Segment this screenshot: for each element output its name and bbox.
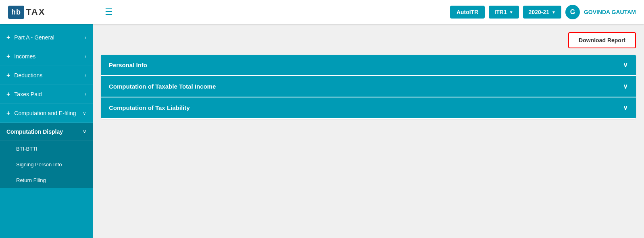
accordion-item-personal-info: Personal Info ∨ (101, 55, 636, 76)
chevron-down-icon: ∨ (623, 104, 628, 112)
accordion-container: Personal Info ∨ Computation of Taxable T… (101, 55, 636, 119)
sidebar-item-incomes[interactable]: + Incomes › (0, 47, 93, 66)
sidebar-item-taxes-paid[interactable]: + Taxes Paid › (0, 85, 93, 104)
sidebar-item-computation-display[interactable]: Computation Display ∨ (0, 123, 93, 141)
sidebar-item-label: Signing Person Info (16, 161, 62, 168)
itr1-chevron-icon: ▼ (509, 10, 513, 14)
sidebar-item-label: Part A - General (14, 34, 54, 41)
sidebar: + Part A - General › + Incomes › + Deduc… (0, 24, 93, 238)
accordion-label: Personal Info (109, 62, 147, 68)
autointr-button[interactable]: AutoITR (450, 6, 485, 19)
user-name: GOVINDA GAUTAM (584, 9, 636, 15)
chevron-right-icon: › (85, 91, 86, 97)
sidebar-item-part-a-general[interactable]: + Part A - General › (0, 28, 93, 47)
chevron-down-icon: ∨ (83, 110, 86, 116)
logo-hb: hb (8, 6, 24, 19)
plus-icon: + (6, 91, 10, 98)
sidebar-item-bti-btti[interactable]: BTI-BTTI (0, 141, 93, 157)
accordion-item-computation-tax-liability: Computation of Tax Liability ∨ (101, 97, 636, 119)
plus-icon: + (6, 110, 10, 117)
sidebar-item-label: Computation Display (6, 128, 83, 135)
chevron-right-icon: › (85, 54, 86, 59)
plus-icon: + (6, 72, 10, 79)
sidebar-item-label: Return Filing (16, 177, 46, 183)
chevron-right-icon: › (85, 35, 86, 40)
header-right: AutoITR ITR1 ▼ 2020-21 ▼ G GOVINDA GAUTA… (450, 5, 636, 19)
sidebar-item-return-filing[interactable]: Return Filing (0, 172, 93, 188)
accordion-item-computation-taxable-income: Computation of Taxable Total Income ∨ (101, 76, 636, 97)
sidebar-item-label: BTI-BTTI (16, 146, 38, 152)
download-report-button[interactable]: Download Report (568, 32, 636, 48)
accordion-header-computation-tax-liability[interactable]: Computation of Tax Liability ∨ (101, 97, 636, 118)
sidebar-item-deductions[interactable]: + Deductions › (0, 66, 93, 85)
itr1-label: ITR1 (494, 9, 506, 15)
itr1-dropdown[interactable]: ITR1 ▼ (489, 6, 519, 19)
accordion-label: Computation of Tax Liability (109, 104, 190, 111)
logo-area: hb TAX (8, 6, 101, 19)
plus-icon: + (6, 34, 10, 41)
chevron-down-icon: ∨ (623, 83, 628, 90)
sidebar-item-label: Incomes (14, 53, 35, 60)
year-chevron-icon: ▼ (552, 10, 556, 14)
chevron-down-icon: ∨ (623, 61, 628, 69)
year-dropdown[interactable]: 2020-21 ▼ (523, 6, 561, 19)
header: hb TAX ☰ AutoITR ITR1 ▼ 2020-21 ▼ G GOVI… (0, 0, 644, 24)
sidebar-item-label: Deductions (14, 72, 42, 79)
chevron-down-icon: ∨ (83, 129, 86, 135)
sidebar-item-label: Computation and E-filing (14, 110, 83, 116)
download-bar: Download Report (101, 32, 636, 48)
main-content: Download Report Personal Info ∨ Computat… (93, 24, 644, 238)
chevron-right-icon: › (85, 72, 86, 78)
plus-icon: + (6, 53, 10, 60)
accordion-header-personal-info[interactable]: Personal Info ∨ (101, 55, 636, 75)
sidebar-item-label: Taxes Paid (14, 91, 42, 97)
sidebar-item-computation-efiling[interactable]: + Computation and E-filing ∨ (0, 104, 93, 123)
user-avatar: G (565, 5, 580, 19)
accordion-label: Computation of Taxable Total Income (109, 83, 216, 90)
year-label: 2020-21 (529, 9, 549, 15)
hamburger-button[interactable]: ☰ (105, 7, 113, 17)
sidebar-item-signing-person-info[interactable]: Signing Person Info (0, 157, 93, 172)
accordion-header-computation-taxable-income[interactable]: Computation of Taxable Total Income ∨ (101, 76, 636, 97)
logo-tax: TAX (26, 7, 45, 17)
layout: + Part A - General › + Incomes › + Deduc… (0, 24, 644, 238)
